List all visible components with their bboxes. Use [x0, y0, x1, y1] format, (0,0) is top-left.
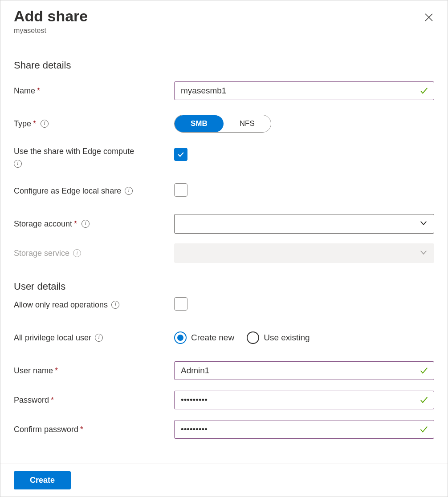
name-label: Name*	[14, 86, 174, 96]
add-share-panel: Add share myasetest Share details Name* …	[0, 0, 448, 497]
storage-service-dropdown	[174, 243, 434, 263]
type-toggle: SMB NFS	[174, 115, 271, 133]
required-indicator: *	[33, 119, 36, 129]
read-only-checkbox[interactable]	[174, 297, 187, 311]
info-icon[interactable]	[14, 160, 22, 168]
type-option-nfs[interactable]: NFS	[224, 115, 271, 132]
radio-icon	[247, 331, 259, 344]
privilege-label: All privilege local user	[14, 333, 174, 343]
create-button[interactable]: Create	[14, 471, 71, 489]
section-user-details: User details	[14, 281, 434, 292]
check-icon	[176, 150, 185, 159]
storage-account-label: Storage account*	[14, 219, 174, 229]
storage-account-dropdown[interactable]	[174, 214, 434, 234]
chevron-down-icon	[419, 219, 428, 227]
password-label: Password*	[14, 396, 174, 405]
info-icon[interactable]	[111, 301, 119, 309]
chevron-down-icon	[419, 248, 428, 256]
close-button[interactable]	[423, 11, 435, 24]
user-mode-radio-group: Create new Use existing	[174, 331, 434, 344]
required-indicator: *	[51, 396, 54, 405]
panel-body: Add share myasetest Share details Name* …	[0, 0, 448, 464]
type-label: Type*	[14, 119, 174, 129]
edge-compute-label: Use the share with Edge compute	[14, 147, 174, 168]
username-input[interactable]	[174, 361, 434, 380]
info-icon	[73, 249, 81, 257]
type-option-smb[interactable]: SMB	[175, 115, 224, 132]
required-indicator: *	[74, 219, 77, 229]
read-only-label: Allow only read operations	[14, 300, 174, 310]
panel-footer: Create	[0, 464, 448, 497]
confirm-password-input[interactable]	[174, 420, 434, 439]
info-icon[interactable]	[41, 120, 49, 128]
password-input[interactable]	[174, 391, 434, 409]
info-icon[interactable]	[95, 334, 103, 342]
info-icon[interactable]	[81, 220, 90, 228]
radio-icon	[174, 331, 187, 344]
required-indicator: *	[55, 366, 58, 376]
edge-local-label: Configure as Edge local share	[14, 186, 174, 196]
info-icon[interactable]	[125, 187, 133, 195]
radio-use-existing[interactable]: Use existing	[247, 331, 310, 344]
section-share-details: Share details	[14, 60, 434, 71]
close-icon	[424, 13, 433, 22]
confirm-password-label: Confirm password*	[14, 425, 174, 434]
storage-service-label: Storage service	[14, 249, 174, 258]
required-indicator: *	[80, 425, 83, 434]
page-subtitle: myasetest	[14, 27, 434, 35]
name-input[interactable]	[174, 81, 434, 100]
radio-create-new[interactable]: Create new	[174, 331, 234, 344]
edge-local-checkbox[interactable]	[174, 183, 187, 197]
edge-compute-checkbox[interactable]	[174, 148, 187, 161]
username-label: User name*	[14, 366, 174, 376]
required-indicator: *	[37, 86, 40, 96]
page-title: Add share	[14, 8, 434, 25]
